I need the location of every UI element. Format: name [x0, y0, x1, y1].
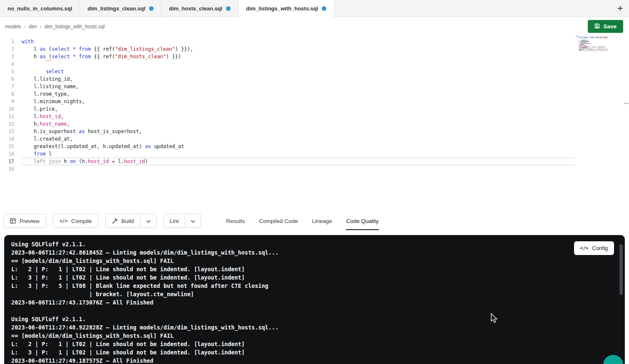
code-line[interactable]: left join h on (h.host_id = l.host_id) — [22, 158, 575, 165]
code-line[interactable]: h.is_superhost as host_is_superhost, — [22, 128, 575, 135]
code-token: as — [79, 129, 85, 134]
hammer-icon — [112, 218, 118, 224]
code-line[interactable]: ​ — [22, 165, 575, 173]
code-token: l.listing_name, — [22, 84, 79, 89]
code-token: ( — [46, 54, 52, 59]
code-token: on — [70, 158, 76, 164]
terminal-line: 2023-06-06T11:27:49.187575Z — All Finish… — [11, 357, 278, 364]
code-editor[interactable]: 123456789101112131415161718 with l as (s… — [0, 35, 629, 210]
lint-dropdown-button[interactable] — [185, 214, 201, 228]
build-button-label: Build — [122, 218, 134, 224]
code-line[interactable]: l.price, — [22, 105, 575, 113]
code-token: (h. — [589, 50, 592, 51]
line-number: 18 — [0, 165, 14, 173]
terminal-line: L: 2 | P: 1 | LT02 | Line should not be … — [11, 340, 278, 348]
code-token: with — [22, 39, 34, 45]
code-line[interactable]: select — [22, 68, 575, 75]
code-line[interactable]: greatest(l.updated_at, h.updated_at) as … — [22, 143, 575, 150]
config-button[interactable]: </> Config — [574, 241, 614, 255]
terminal-scrollbar[interactable] — [619, 244, 623, 295]
code-line[interactable]: l.host_id, — [22, 113, 575, 120]
editor-scrollbar[interactable] — [624, 103, 629, 104]
panel-tab-lineage[interactable]: Lineage — [312, 210, 332, 231]
code-token: as — [145, 144, 151, 149]
terminal-line: L: 3 | P: 5 | LT08 | Blank line expected… — [11, 282, 278, 290]
terminal-line: 2023-06-06T11:27:43.173076Z — All Finish… — [11, 298, 278, 307]
editor-code[interactable]: with l as (select * from {{ ref("dim_lis… — [22, 38, 575, 173]
code-line[interactable]: from l — [22, 150, 575, 158]
panel-tab-code-quality[interactable]: Code Quality — [346, 210, 378, 231]
line-number: 9 — [0, 98, 14, 105]
table-grid-icon — [10, 218, 16, 224]
code-line[interactable]: l.created_at, — [22, 135, 575, 143]
code-line[interactable]: l.room_type, — [22, 90, 575, 98]
code-token: l.created_at, — [22, 136, 73, 142]
code-line[interactable]: h.host_name, — [22, 120, 575, 128]
code-token: select — [583, 37, 588, 38]
code-token: l.listing_id, — [22, 76, 73, 82]
terminal-output: Using SQLFluff v2.1.1.2023-06-06T11:27:4… — [4, 235, 625, 364]
code-token: = l. — [109, 158, 124, 164]
code-line[interactable]: l.listing_name, — [22, 83, 575, 90]
minimap-line: left join h on (h.host_id = l.host_id) — [576, 50, 608, 51]
editor-tab[interactable]: dim_listings_clean.sql — [80, 0, 162, 17]
code-token: , — [67, 121, 70, 127]
code-line[interactable]: l.listing_id, — [22, 75, 575, 83]
code-line[interactable]: l.minimum_nights, — [22, 98, 575, 105]
line-number: 6 — [0, 75, 14, 83]
line-number: 4 — [0, 60, 14, 68]
code-line[interactable]: l as (select * from {{ ref("dim_listings… — [22, 45, 575, 53]
code-token: ( — [46, 46, 52, 52]
code-token: from — [79, 46, 91, 52]
code-token — [70, 54, 73, 59]
code-token: l.price, — [22, 106, 58, 112]
panel-tab-compiled-code[interactable]: Compiled Code — [259, 210, 298, 231]
line-number: 15 — [0, 143, 14, 150]
code-line[interactable]: ​ — [22, 60, 575, 68]
build-dropdown-button[interactable] — [141, 214, 157, 228]
code-token: h — [22, 54, 40, 59]
build-button[interactable]: Build — [105, 214, 141, 228]
editor-tab[interactable]: dim_hosts_clean.sql — [162, 0, 239, 17]
code-token: greatest(l.updated_at, h.updated_at) — [22, 144, 145, 149]
code-token — [22, 69, 46, 74]
minimap-line: ​ — [576, 51, 608, 52]
editor-tab[interactable]: no_nulls_in_columns.sql — [0, 0, 80, 17]
panel-tabs: ResultsCompiled CodeLineageCode Quality — [226, 210, 378, 231]
preview-button[interactable]: Preview — [3, 214, 46, 228]
lint-button[interactable]: Lint — [163, 214, 186, 228]
editor-tab-label: dim_listings_with_hosts.sql — [246, 5, 318, 12]
code-line[interactable]: h as (select * from {{ ref("dim_hosts_cl… — [22, 53, 575, 60]
code-token: host_is_superhost, — [85, 129, 142, 134]
compile-button-label: Compile — [71, 218, 92, 224]
minimap-line: h as (select * from {{ ref("dim_hosts_cl… — [576, 37, 608, 38]
code-token: host_id — [592, 50, 598, 51]
unsaved-changes-dot-icon — [149, 6, 154, 11]
panel-tab-results[interactable]: Results — [226, 210, 245, 231]
line-number: 14 — [0, 135, 14, 143]
new-tab-button[interactable]: + — [614, 2, 627, 15]
code-token: host_id — [88, 158, 109, 164]
editor-tab[interactable]: dim_listings_with_hosts.sql — [239, 0, 334, 17]
code-token: "dim_hosts_clean" — [599, 37, 608, 38]
editor-minimap[interactable]: with l as (select * from {{ ref("dim_lis… — [576, 36, 608, 52]
code-token: h.is_superhost — [22, 129, 79, 134]
lint-button-label: Lint — [170, 218, 179, 224]
code-token: left join — [34, 158, 61, 164]
line-number: 2 — [0, 45, 14, 53]
breadcrumb-item[interactable]: dim — [29, 23, 37, 29]
code-token: l.minimum_nights, — [22, 99, 85, 104]
code-line[interactable]: with — [22, 38, 575, 45]
compile-button[interactable]: </> Compile — [53, 214, 99, 228]
terminal-line: == [models/dim/dim_listings_with_hosts.s… — [11, 257, 278, 265]
editor-gutter: 123456789101112131415161718 — [0, 38, 14, 173]
code-token: l. — [22, 114, 40, 119]
breadcrumb-item[interactable]: models — [5, 23, 21, 29]
line-number: 11 — [0, 113, 14, 120]
code-token: host_id — [601, 50, 607, 51]
save-button[interactable]: Save — [588, 20, 623, 33]
chevron-down-icon — [191, 218, 195, 224]
code-token: from — [34, 151, 46, 157]
breadcrumb-item[interactable]: dim_listings_with_hosts.sql — [45, 23, 105, 29]
editor-tab-label: dim_hosts_clean.sql — [169, 5, 222, 12]
